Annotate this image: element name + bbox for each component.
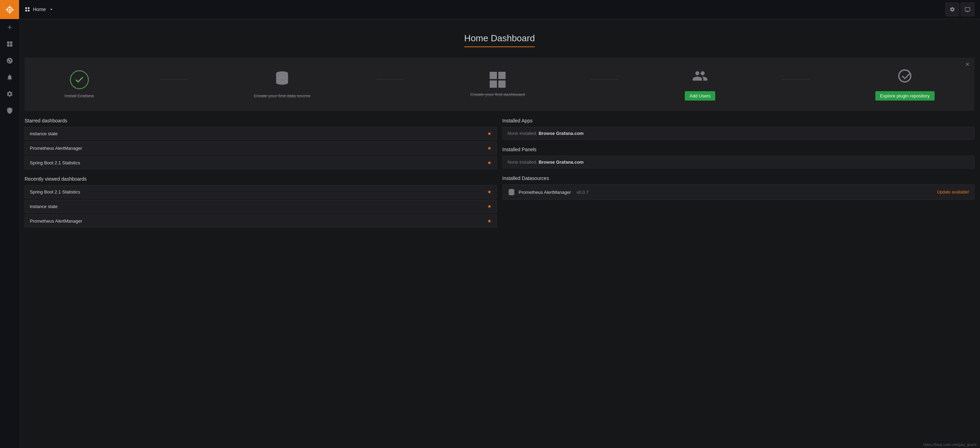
dashboards-nav-icon[interactable]: [0, 36, 19, 53]
browse-panels-link[interactable]: Browse Grafana.com: [539, 159, 584, 165]
content-area: Home Dashboard ✕ Install Grafana: [19, 19, 980, 448]
grafana-logo[interactable]: [0, 0, 19, 19]
browse-apps-link[interactable]: Browse Grafana.com: [539, 131, 584, 136]
dashboard-step-icon: [490, 72, 506, 88]
server-admin-nav-icon[interactable]: [0, 102, 19, 119]
starred-icon-1: ★: [487, 131, 492, 136]
starred-dashboards-section: Starred dashboards instance state ★ Prom…: [25, 118, 497, 169]
topnav-right-actions: [945, 2, 974, 16]
datasource-item-1: Prometheus AlertManager v0.0.7 Update av…: [503, 185, 975, 200]
recent-dashboard-item-1[interactable]: Spring Boot 2.1 Statistics ★: [25, 185, 497, 198]
step-divider-2: [377, 80, 404, 80]
installed-panels-section: Installed Panels None installed. Browse …: [503, 147, 975, 169]
left-column: Starred dashboards instance state ★ Prom…: [25, 118, 503, 234]
installed-apps-title: Installed Apps: [503, 118, 975, 123]
explore-plugins-button[interactable]: Explore plugin repository: [875, 91, 935, 100]
starred-dashboard-name-2: Prometheus AlertManager: [30, 146, 82, 151]
right-column: Installed Apps None installed. Browse Gr…: [503, 118, 975, 234]
page-title-section: Home Dashboard: [19, 19, 980, 57]
starred-dashboard-name-1: instance state: [30, 131, 57, 136]
settings-nav-button[interactable]: [945, 2, 959, 16]
step-create-datasource: Create your first data source: [254, 70, 310, 99]
starred-icon-2: ★: [487, 145, 492, 151]
create-datasource-label: Create your first data source: [254, 93, 310, 99]
datasource-name-1: Prometheus AlertManager: [519, 190, 571, 195]
home-nav-label: Home: [33, 6, 46, 12]
close-banner-button[interactable]: ✕: [965, 61, 970, 68]
tv-mode-button[interactable]: [961, 2, 974, 16]
create-dashboard-label: Create your first dashboard: [470, 92, 525, 97]
recent-dashboard-item-3[interactable]: Prometheus AlertManager ★: [25, 214, 497, 228]
update-available-badge-1: Update available!: [937, 190, 969, 195]
starred-dashboards-title: Starred dashboards: [25, 118, 497, 123]
installed-datasources-section: Installed Datasources Prometheus AlertMa…: [503, 175, 975, 200]
svg-point-7: [276, 72, 288, 76]
recent-starred-icon-3: ★: [487, 218, 492, 224]
recently-viewed-section: Recently viewed dashboards Spring Boot 2…: [25, 176, 497, 228]
step-create-dashboard: Create your first dashboard: [470, 72, 525, 97]
starred-icon-3: ★: [487, 160, 492, 166]
installed-panels-empty: None installed. Browse Grafana.com: [503, 156, 975, 169]
recent-starred-icon-1: ★: [487, 189, 492, 195]
recent-dashboard-name-3: Prometheus AlertManager: [30, 218, 82, 224]
topnav: Home: [19, 0, 980, 19]
datasource-icon: [274, 70, 290, 89]
dashboard-columns: Starred dashboards instance state ★ Prom…: [25, 118, 974, 234]
installed-apps-empty-text: None installed. Browse Grafana.com: [508, 131, 584, 136]
create-icon[interactable]: [0, 19, 19, 36]
installed-panels-title: Installed Panels: [503, 147, 975, 152]
installed-panels-empty-text: None installed. Browse Grafana.com: [508, 159, 584, 165]
recent-starred-icon-2: ★: [487, 204, 492, 209]
starred-dashboard-item-1[interactable]: instance state ★: [25, 127, 497, 140]
installed-apps-empty: None installed. Browse Grafana.com: [503, 127, 975, 140]
recent-dashboard-item-2[interactable]: instance state ★: [25, 200, 497, 213]
install-grafana-check-icon: [70, 70, 89, 89]
step-divider-4: [781, 80, 809, 80]
home-nav-button[interactable]: Home: [25, 6, 54, 12]
recent-dashboard-name-1: Spring Boot 2.1 Statistics: [30, 189, 80, 195]
datasource-version-1: v0.0.7: [577, 190, 589, 195]
plugin-icon: [897, 68, 913, 87]
footer-url: https://blog.csdn.net/gao_grace: [924, 442, 977, 446]
getting-started-banner: ✕ Install Grafana Create your f: [25, 57, 974, 111]
recent-dashboard-name-2: instance state: [30, 204, 57, 209]
step-install-grafana: Install Grafana: [64, 70, 94, 99]
installed-apps-section: Installed Apps None installed. Browse Gr…: [503, 118, 975, 140]
page-title: Home Dashboard: [465, 33, 535, 47]
step-divider-1: [160, 80, 188, 80]
configuration-nav-icon[interactable]: [0, 86, 19, 102]
svg-point-8: [508, 189, 514, 191]
add-users-icon: [692, 68, 708, 87]
svg-point-2: [9, 9, 11, 11]
recently-viewed-title: Recently viewed dashboards: [25, 176, 497, 182]
starred-dashboard-item-2[interactable]: Prometheus AlertManager ★: [25, 142, 497, 155]
alerting-nav-icon[interactable]: [0, 69, 19, 86]
starred-dashboard-item-3[interactable]: Spring Boot 2.1 Statistics ★: [25, 156, 497, 169]
step-explore-plugins: Explore plugin repository: [875, 68, 935, 100]
sidebar: [0, 0, 19, 448]
main-area: Home Home Dashboard ✕ Install G: [19, 0, 980, 448]
add-users-button[interactable]: Add Users: [685, 91, 716, 100]
installed-datasources-title: Installed Datasources: [503, 175, 975, 181]
step-add-users: Add Users: [685, 68, 716, 100]
step-divider-3: [591, 80, 619, 80]
explore-nav-icon[interactable]: [0, 53, 19, 69]
starred-dashboard-name-3: Spring Boot 2.1 Statistics: [30, 160, 80, 166]
install-grafana-label: Install Grafana: [64, 93, 94, 99]
